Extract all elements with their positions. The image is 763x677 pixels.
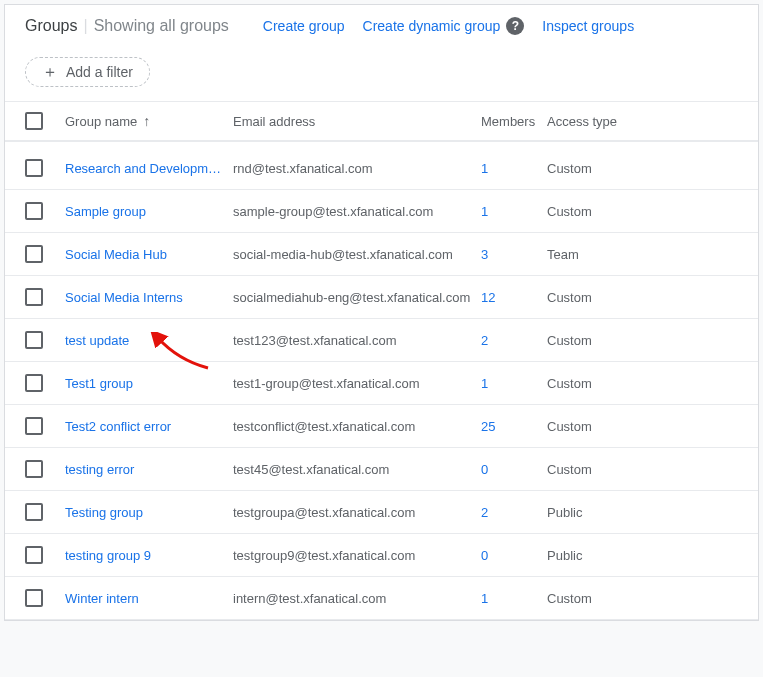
- table-body: Research and Developmentrnd@test.xfanati…: [5, 147, 758, 620]
- select-all-checkbox[interactable]: [25, 112, 43, 130]
- row-checkbox[interactable]: [25, 331, 43, 349]
- table-row: testing errortest45@test.xfanatical.com0…: [5, 448, 758, 491]
- add-filter-button[interactable]: ＋ Add a filter: [25, 57, 150, 87]
- group-access: Public: [547, 548, 717, 563]
- col-email[interactable]: Email address: [233, 114, 481, 129]
- group-members-link[interactable]: 2: [481, 333, 547, 348]
- group-email: test45@test.xfanatical.com: [233, 462, 481, 477]
- filter-bar: ＋ Add a filter: [5, 47, 758, 102]
- table-row: Social Media Hubsocial-media-hub@test.xf…: [5, 233, 758, 276]
- inspect-groups-link[interactable]: Inspect groups: [542, 18, 634, 34]
- table-row: Sample groupsample-group@test.xfanatical…: [5, 190, 758, 233]
- group-members-link[interactable]: 1: [481, 591, 547, 606]
- group-name-link[interactable]: test update: [65, 333, 233, 348]
- group-email: test1-group@test.xfanatical.com: [233, 376, 481, 391]
- group-name-link[interactable]: Testing group: [65, 505, 233, 520]
- group-access: Custom: [547, 462, 717, 477]
- col-group-name-label: Group name: [65, 114, 137, 129]
- row-checkbox[interactable]: [25, 288, 43, 306]
- group-members-link[interactable]: 12: [481, 290, 547, 305]
- page-subtitle: Showing all groups: [94, 17, 229, 35]
- group-email: testconflict@test.xfanatical.com: [233, 419, 481, 434]
- group-name-link[interactable]: Winter intern: [65, 591, 233, 606]
- help-icon[interactable]: ?: [506, 17, 524, 35]
- group-email: intern@test.xfanatical.com: [233, 591, 481, 606]
- group-email: rnd@test.xfanatical.com: [233, 161, 481, 176]
- table-row: Research and Developmentrnd@test.xfanati…: [5, 147, 758, 190]
- group-access: Team: [547, 247, 717, 262]
- row-checkbox[interactable]: [25, 503, 43, 521]
- title-separator: |: [83, 17, 87, 35]
- row-checkbox[interactable]: [25, 417, 43, 435]
- group-access: Custom: [547, 333, 717, 348]
- group-access: Custom: [547, 204, 717, 219]
- row-checkbox[interactable]: [25, 245, 43, 263]
- group-access: Public: [547, 505, 717, 520]
- group-name-link[interactable]: Test2 conflict error: [65, 419, 233, 434]
- group-email: social-media-hub@test.xfanatical.com: [233, 247, 481, 262]
- group-members-link[interactable]: 2: [481, 505, 547, 520]
- group-name-link[interactable]: testing group 9: [65, 548, 233, 563]
- page-title: Groups: [25, 17, 77, 35]
- row-checkbox[interactable]: [25, 374, 43, 392]
- table-row: testing group 9testgroup9@test.xfanatica…: [5, 534, 758, 577]
- table-row: Social Media Internssocialmediahub-eng@t…: [5, 276, 758, 319]
- row-checkbox[interactable]: [25, 159, 43, 177]
- column-header: Group name ↑ Email address Members Acces…: [5, 102, 758, 141]
- group-name-link[interactable]: Sample group: [65, 204, 233, 219]
- group-name-link[interactable]: Test1 group: [65, 376, 233, 391]
- group-members-link[interactable]: 0: [481, 462, 547, 477]
- group-access: Custom: [547, 290, 717, 305]
- create-dynamic-group-link[interactable]: Create dynamic group: [363, 18, 501, 34]
- add-filter-label: Add a filter: [66, 64, 133, 80]
- sort-asc-icon: ↑: [143, 113, 150, 129]
- group-name-link[interactable]: Research and Development: [65, 161, 233, 176]
- group-email: test123@test.xfanatical.com: [233, 333, 481, 348]
- col-access[interactable]: Access type: [547, 114, 717, 129]
- group-email: testgroupa@test.xfanatical.com: [233, 505, 481, 520]
- group-email: socialmediahub-eng@test.xfanatical.com: [233, 290, 481, 305]
- group-members-link[interactable]: 1: [481, 376, 547, 391]
- group-members-link[interactable]: 1: [481, 161, 547, 176]
- group-name-link[interactable]: testing error: [65, 462, 233, 477]
- table-row: test updatetest123@test.xfanatical.com2C…: [5, 319, 758, 362]
- group-access: Custom: [547, 419, 717, 434]
- table-row: Testing grouptestgroupa@test.xfanatical.…: [5, 491, 758, 534]
- group-name-link[interactable]: Social Media Hub: [65, 247, 233, 262]
- group-members-link[interactable]: 3: [481, 247, 547, 262]
- col-members[interactable]: Members: [481, 114, 547, 129]
- row-checkbox[interactable]: [25, 202, 43, 220]
- group-name-link[interactable]: Social Media Interns: [65, 290, 233, 305]
- group-access: Custom: [547, 591, 717, 606]
- table-row: Winter internintern@test.xfanatical.com1…: [5, 577, 758, 620]
- table-row: Test2 conflict errortestconflict@test.xf…: [5, 405, 758, 448]
- group-access: Custom: [547, 161, 717, 176]
- create-group-link[interactable]: Create group: [263, 18, 345, 34]
- groups-panel: Groups | Showing all groups Create group…: [4, 4, 759, 621]
- group-access: Custom: [547, 376, 717, 391]
- header-actions: Create group Create dynamic group ? Insp…: [263, 17, 634, 35]
- group-members-link[interactable]: 0: [481, 548, 547, 563]
- row-checkbox[interactable]: [25, 546, 43, 564]
- col-group-name[interactable]: Group name ↑: [65, 113, 233, 129]
- table-row: Test1 grouptest1-group@test.xfanatical.c…: [5, 362, 758, 405]
- row-checkbox[interactable]: [25, 589, 43, 607]
- group-email: sample-group@test.xfanatical.com: [233, 204, 481, 219]
- group-members-link[interactable]: 25: [481, 419, 547, 434]
- group-email: testgroup9@test.xfanatical.com: [233, 548, 481, 563]
- group-members-link[interactable]: 1: [481, 204, 547, 219]
- panel-header: Groups | Showing all groups Create group…: [5, 5, 758, 47]
- row-checkbox[interactable]: [25, 460, 43, 478]
- plus-icon: ＋: [42, 64, 58, 80]
